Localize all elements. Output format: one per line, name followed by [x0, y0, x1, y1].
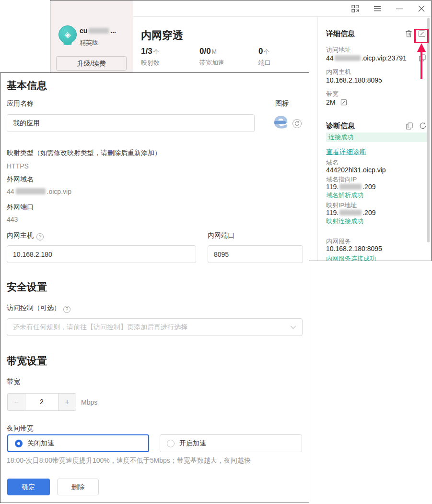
service-value: 10.168.2.180:8095	[326, 245, 382, 252]
stat-mappings: 1/3个	[141, 47, 159, 56]
map-type-value: HTTPS	[7, 162, 29, 170]
detail-panel-title: 详细信息	[326, 29, 355, 38]
edit-bandwidth-icon[interactable]	[339, 98, 348, 107]
annotation-arrow-shaft	[420, 51, 422, 79]
app-browser-icon[interactable]: e	[272, 113, 290, 132]
stepper-plus-button[interactable]: +	[58, 394, 76, 410]
panel-scrollbar[interactable]	[427, 18, 430, 242]
qrcode-icon[interactable]	[350, 3, 361, 14]
refresh-icon-button[interactable]	[292, 119, 302, 128]
stepper-value[interactable]: 2	[25, 394, 58, 410]
stat-bandwidth: 0/0M	[199, 47, 217, 56]
stepper-minus-button[interactable]: −	[8, 394, 25, 410]
bandwidth-field-label: 带宽	[7, 378, 20, 386]
domain-ip-value: 119..209	[326, 183, 375, 191]
brand-avatar-base	[63, 43, 72, 45]
int-host-input[interactable]	[7, 245, 196, 263]
username: cu...	[80, 27, 116, 35]
app-name-input[interactable]	[7, 114, 255, 132]
night-bandwidth-label: 夜间带宽	[7, 424, 34, 433]
annotation-arrow-head	[417, 43, 426, 52]
plan-badge: 精英版	[80, 38, 98, 47]
ext-port-value: 443	[7, 216, 18, 223]
titlebar-divider	[133, 16, 431, 17]
access-control-select[interactable]: 还未有任何规则，请前往【访问控制】页添加后再进行选择	[7, 318, 303, 336]
intranet-host-label: 内网主机	[326, 68, 351, 76]
diagnosis-panel-title: 诊断信息	[326, 121, 355, 131]
access-address-label: 访问地址	[326, 46, 351, 54]
brand-avatar-icon: ◈	[58, 25, 77, 44]
panel-divider	[317, 16, 318, 261]
bandwidth-value: 2M	[326, 98, 335, 106]
security-section-title: 安全设置	[7, 280, 47, 294]
night-on-option[interactable]: 开启加速	[160, 434, 302, 452]
radio-unselected-icon	[167, 440, 175, 447]
map-ip-blur	[339, 210, 362, 216]
close-icon[interactable]	[416, 3, 427, 14]
night-off-option[interactable]: 关闭加速	[7, 434, 149, 452]
bandwidth-unit: Mbps	[81, 398, 97, 406]
menu-icon[interactable]	[372, 3, 383, 14]
int-port-label: 内网端口	[208, 231, 234, 240]
refresh-diagnosis-icon[interactable]	[419, 121, 427, 130]
upgrade-renew-button[interactable]: 升级/续费	[56, 56, 127, 71]
night-note: 18:00-次日8:00带宽速度提升100%，速度不低于5Mbps；带宽基数越大…	[7, 456, 251, 465]
copy-address-icon[interactable]	[418, 53, 427, 62]
connection-status-banner: 连接成功	[326, 132, 427, 142]
map-status: 映射连接成功	[326, 217, 363, 226]
int-port-input[interactable]	[208, 245, 303, 263]
stat-ports: 0个	[258, 47, 269, 56]
int-host-label: 内网主机?	[7, 231, 44, 240]
access-address-blur	[335, 55, 361, 61]
ext-port-label: 外网端口	[7, 203, 34, 212]
basic-info-title: 基本信息	[7, 79, 47, 92]
service-status: 内网服务连接成功	[326, 254, 376, 261]
view-diagnosis-link[interactable]: 查看详细诊断	[326, 148, 366, 156]
stat-bandwidth-label: 带宽加速	[199, 59, 224, 67]
bandwidth-label: 带宽	[326, 90, 339, 98]
page: ◈ cu... 精英版 升级/续费	[0, 0, 432, 504]
map-ip-value: 119..209	[326, 209, 375, 216]
confirm-button[interactable]: 确定	[7, 479, 50, 495]
domain-ip-blur	[339, 184, 362, 190]
bandwidth-section-title: 带宽设置	[7, 354, 47, 368]
delete-button[interactable]: 删除	[57, 479, 99, 495]
ext-domain-blur	[16, 188, 46, 194]
app-name-label: 应用名称	[7, 99, 34, 108]
bandwidth-stepper: − 2 +	[7, 393, 76, 411]
mapping-edit-dialog: 基本信息 应用名称 图标 document.currentScript.prev…	[0, 72, 309, 503]
access-address-value: 44.oicp.vip:23791	[326, 54, 407, 62]
stat-mappings-label: 映射数	[141, 59, 160, 67]
delete-mapping-icon[interactable]	[404, 29, 413, 38]
icon-label: 图标	[275, 99, 289, 108]
domain-value: 444202hl31.oicp.vip	[326, 166, 386, 174]
page-title: 内网穿透	[141, 28, 183, 43]
access-control-placeholder: 还未有任何规则，请前往【访问控制】页添加后再进行选择	[13, 323, 290, 332]
chevron-down-icon	[290, 325, 296, 329]
radio-selected-icon	[15, 440, 23, 447]
annotation-highlight-box	[414, 29, 429, 43]
help-icon[interactable]: ?	[36, 233, 44, 240]
intranet-host-value: 10.168.2.180:8095	[326, 76, 382, 84]
access-control-label: 访问控制（可选）?	[7, 304, 70, 313]
stat-ports-label: 端口	[258, 59, 271, 67]
help-icon[interactable]: ?	[63, 306, 70, 313]
copy-diagnosis-icon[interactable]	[405, 121, 414, 130]
username-blur	[89, 28, 109, 34]
ext-domain-value: 44.oicp.vip	[7, 188, 71, 195]
ext-domain-label: 外网域名	[7, 175, 34, 184]
minimize-icon[interactable]	[394, 3, 405, 14]
resolve-status: 域名解析成功	[326, 191, 363, 200]
map-type-label: 映射类型（如需修改映射类型，请删除后重新添加）	[7, 149, 161, 157]
